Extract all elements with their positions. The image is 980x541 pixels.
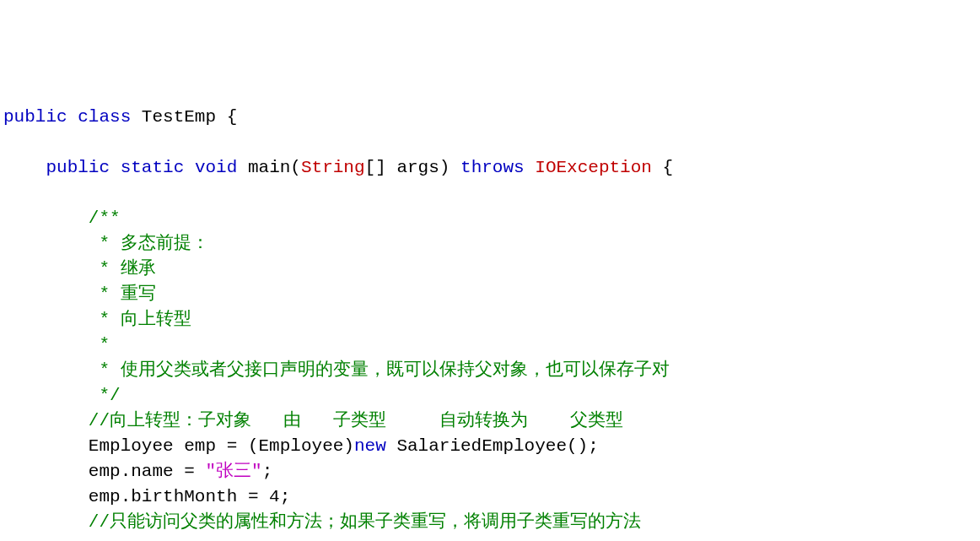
equals: = [184, 462, 195, 481]
class-name: TestEmp [142, 107, 216, 127]
javadoc-line: * 使用父类或者父接口声明的变量，既可以保持父对象，也可以保存子对 [3, 360, 670, 380]
javadoc-line: * 多态前提： [3, 234, 209, 253]
equals: = [227, 436, 238, 456]
line-comment: //向上转型：子对象 由 子类型 自动转换为 父类型 [3, 411, 623, 430]
keyword-throws: throws [460, 158, 525, 177]
array-brackets: [] [365, 158, 386, 177]
keyword-public: public [46, 158, 110, 177]
stmt-assign-name: emp.name = "张三"; [3, 462, 272, 481]
keyword-static: static [121, 158, 185, 177]
semicolon: ; [262, 462, 273, 481]
type-ioexception: IOException [535, 158, 652, 177]
line-main: public static void main(String[] args) t… [3, 158, 673, 177]
type-string: String [301, 158, 365, 177]
javadoc-line: * 向上转型 [3, 310, 191, 329]
paren-close: ) [439, 158, 450, 177]
semicolon: ; [280, 487, 291, 506]
stmt-assign-birthmonth: emp.birthMonth = 4; [3, 487, 290, 506]
equals: = [248, 487, 259, 506]
type-employee: Employee [259, 436, 344, 456]
int-literal: 4 [269, 487, 280, 506]
lhs: emp.birthMonth [89, 487, 237, 506]
javadoc-line: /** [3, 208, 121, 228]
var-emp: emp [184, 436, 216, 456]
code-editor: public class TestEmp { public static voi… [3, 105, 977, 541]
type-salariedemployee: SalariedEmployee [396, 436, 567, 456]
paren-open: ( [290, 158, 301, 177]
param-args: args [396, 158, 439, 177]
method-name: main [248, 158, 290, 177]
lhs: emp.name [89, 462, 174, 481]
brace-open: { [227, 107, 238, 127]
javadoc-line: */ [3, 386, 121, 405]
javadoc-line: * 继承 [3, 259, 156, 279]
paren-close: ) [343, 436, 354, 456]
semicolon: ; [588, 436, 599, 456]
line-comment: //只能访问父类的属性和方法；如果子类重写，将调用子类重写的方法 [3, 512, 641, 532]
keyword-void: void [195, 158, 237, 177]
paren-open: ( [248, 436, 259, 456]
keyword-new: new [354, 436, 386, 456]
keyword-class: class [78, 107, 131, 127]
stmt-declare-emp: Employee emp = (Employee)new SalariedEmp… [3, 436, 599, 456]
parens: () [567, 436, 588, 456]
javadoc-line: * [3, 335, 121, 354]
javadoc-line: * 重写 [3, 284, 156, 304]
string-literal: "张三" [205, 462, 261, 481]
line-1: public class TestEmp { [3, 107, 237, 127]
keyword-public: public [3, 107, 67, 127]
brace-open: { [663, 158, 674, 177]
type-employee: Employee [89, 436, 174, 456]
